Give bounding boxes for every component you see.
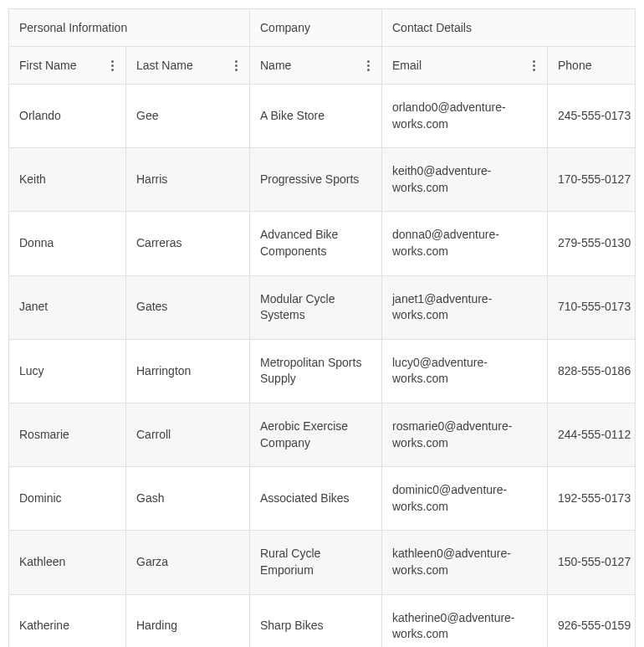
column-menu-icon[interactable] — [110, 60, 115, 71]
table-row[interactable]: JanetGatesModular Cycle Systemsjanet1@ad… — [9, 276, 635, 340]
cell-email: katherine0@adventure-works.com — [382, 595, 548, 648]
table-row[interactable]: RosmarieCarrollAerobic Exercise Companyr… — [9, 403, 635, 467]
cell-firstname: Katherine — [9, 595, 126, 648]
cell-company: Aerobic Exercise Company — [250, 403, 382, 466]
cell-firstname: Dominic — [9, 467, 126, 530]
column-header-phone[interactable]: Phone — [548, 47, 636, 84]
column-header-email[interactable]: Email — [382, 47, 548, 84]
column-menu-icon[interactable] — [531, 60, 537, 71]
grid-body: OrlandoGeeA Bike Storeorlando0@adventure… — [9, 85, 635, 647]
cell-lastname: Garza — [126, 531, 250, 593]
table-row[interactable]: KeithHarrisProgressive Sportskeith0@adve… — [9, 148, 635, 212]
cell-email: donna0@adventure-works.com — [382, 212, 548, 275]
column-header-row: First Name Last Name Name Email Phone — [9, 47, 635, 85]
cell-email: kathleen0@adventure-works.com — [382, 531, 548, 593]
group-header-contact: Contact Details — [382, 9, 636, 46]
cell-email: keith0@adventure-works.com — [382, 148, 548, 211]
cell-phone: 245-555-0173 — [548, 85, 636, 147]
cell-lastname: Harrington — [126, 340, 250, 403]
cell-company: Modular Cycle Systems — [250, 276, 382, 339]
group-header-personal: Personal Information — [9, 9, 250, 46]
cell-lastname: Harding — [126, 595, 250, 648]
cell-phone: 170-555-0127 — [548, 148, 636, 211]
cell-firstname: Donna — [9, 212, 126, 275]
cell-email: rosmarie0@adventure-works.com — [382, 403, 548, 466]
column-menu-icon[interactable] — [365, 60, 371, 71]
table-row[interactable]: KatherineHardingSharp Bikeskatherine0@ad… — [9, 595, 635, 648]
cell-email: lucy0@adventure-works.com — [382, 340, 548, 403]
cell-company: A Bike Store — [250, 85, 382, 147]
table-row[interactable]: LucyHarringtonMetropolitan Sports Supply… — [9, 340, 635, 403]
cell-lastname: Carreras — [126, 212, 250, 275]
cell-firstname: Kathleen — [9, 531, 126, 593]
cell-firstname: Janet — [9, 276, 126, 339]
column-label: First Name — [19, 59, 76, 72]
group-header-row: Personal Information Company Contact Det… — [9, 9, 635, 47]
table-row[interactable]: KathleenGarzaRural Cycle Emporiumkathlee… — [9, 531, 635, 594]
column-header-company[interactable]: Name — [250, 47, 382, 84]
cell-company: Advanced Bike Components — [250, 212, 382, 275]
table-row[interactable]: OrlandoGeeA Bike Storeorlando0@adventure… — [9, 85, 635, 148]
group-header-company: Company — [250, 9, 382, 46]
cell-email: orlando0@adventure-works.com — [382, 85, 548, 147]
cell-lastname: Carroll — [126, 403, 250, 466]
column-menu-icon[interactable] — [233, 60, 239, 71]
cell-company: Rural Cycle Emporium — [250, 531, 382, 593]
cell-phone: 192-555-0173 — [548, 467, 636, 530]
cell-lastname: Harris — [126, 148, 250, 211]
data-grid: Personal Information Company Contact Det… — [8, 8, 636, 647]
column-label: Last Name — [136, 59, 193, 72]
cell-lastname: Gash — [126, 467, 250, 530]
cell-phone: 279-555-0130 — [548, 212, 636, 275]
table-row[interactable]: DominicGashAssociated Bikesdominic0@adve… — [9, 467, 635, 531]
column-header-lastname[interactable]: Last Name — [126, 47, 250, 84]
column-label: Name — [260, 59, 291, 72]
column-header-firstname[interactable]: First Name — [9, 47, 126, 84]
cell-company: Progressive Sports — [250, 148, 382, 211]
cell-firstname: Lucy — [9, 340, 126, 403]
column-label: Email — [392, 59, 422, 72]
cell-firstname: Rosmarie — [9, 403, 126, 466]
cell-company: Metropolitan Sports Supply — [250, 340, 382, 403]
cell-phone: 926-555-0159 — [548, 595, 636, 648]
cell-firstname: Keith — [9, 148, 126, 211]
cell-phone: 828-555-0186 — [548, 340, 636, 403]
cell-phone: 710-555-0173 — [548, 276, 636, 339]
column-label: Phone — [558, 59, 591, 72]
table-row[interactable]: DonnaCarrerasAdvanced Bike Componentsdon… — [9, 212, 635, 275]
cell-email: janet1@adventure-works.com — [382, 276, 548, 339]
cell-firstname: Orlando — [9, 85, 126, 147]
cell-lastname: Gee — [126, 85, 250, 147]
cell-phone: 150-555-0127 — [548, 531, 636, 593]
cell-email: dominic0@adventure-works.com — [382, 467, 548, 530]
cell-company: Associated Bikes — [250, 467, 382, 530]
cell-phone: 244-555-0112 — [548, 403, 636, 466]
cell-lastname: Gates — [126, 276, 250, 339]
cell-company: Sharp Bikes — [250, 595, 382, 648]
